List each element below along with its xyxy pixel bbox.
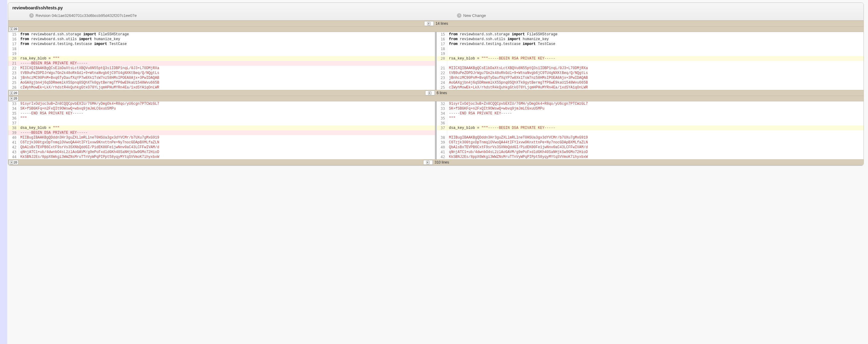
file-path: reviewboard/ssh/tests.py bbox=[8, 3, 864, 12]
expand-20-button[interactable]: +20 bbox=[9, 27, 19, 32]
diff-row: 15 from reviewboard.ssh.storage import F… bbox=[8, 32, 864, 37]
collapsed-lines-count: 6 lines bbox=[437, 91, 447, 95]
expand-20-button[interactable]: +20 bbox=[9, 96, 19, 101]
diff-table: 15 from reviewboard.ssh.storage import F… bbox=[8, 32, 864, 90]
diff-row: 3391syrIxOdjoc3uB+Zn8CQQCpvbEXIU/76MH/yD… bbox=[8, 102, 864, 106]
diff-row: 43qNnjATC1+ub/4dwnbO4sL2zlAoGAVM/g9ePoFx… bbox=[8, 150, 864, 154]
revision-icon bbox=[29, 13, 34, 18]
collapsed-region: + 14 lines bbox=[8, 21, 864, 27]
collapsed-region: +20 + 310 lines bbox=[8, 159, 864, 165]
diff-row: 37 36 bbox=[8, 121, 864, 125]
collapsed-lines-count: 14 lines bbox=[435, 22, 448, 26]
diff-row: 42QbAlsBxTEVPB6CxtF9srVs3SXNbQddGI/PidEK… bbox=[8, 145, 864, 150]
diff-row: 21 -----BEGIN RSA PRIVATE KEY----- bbox=[8, 61, 864, 66]
collapsed-region: +20 + 6 lines bbox=[8, 90, 864, 96]
diff-row: 38 dsa_key_blob = """ 37 dsa_key_blob = … bbox=[8, 125, 864, 131]
diff-file: reviewboard/ssh/tests.py Revision 04c1ae… bbox=[8, 2, 864, 166]
diff-row: 35-----END RSA PRIVATE KEY-----34-----EN… bbox=[8, 111, 864, 116]
diff-row: 26cIWyhMowEk+LkX/rhdstR4kQuhkgGtkO78YLjq… bbox=[8, 85, 864, 90]
diff-row: 34SK+fSBGKFq+n2FxQIt9OWswQ+wbvq9jmJmLCGx… bbox=[8, 106, 864, 111]
code-left[interactable]: from reviewboard.ssh.storage import File… bbox=[19, 32, 435, 37]
code-right[interactable]: from reviewboard.ssh.storage import File… bbox=[447, 32, 864, 37]
diff-row: 40MIIBugIBAAKBgQDddn3Hr3guZXLlmRLlneT0HS… bbox=[8, 135, 864, 140]
revision-right-label: New Change bbox=[463, 13, 486, 18]
diff-row: 39 -----BEGIN DSA PRIVATE KEY----- bbox=[8, 131, 864, 135]
selection-strip bbox=[0, 0, 7, 168]
diff-row: 41C6Tzjk300tgxDpTnmqlOVwoQA44tIFYlxvw9Kn… bbox=[8, 140, 864, 145]
diff-row: 24jBnhczMC90PnM+Bvq6TyDaufXqYP7w8Xk1TsW7… bbox=[8, 76, 864, 80]
expand-button[interactable]: + bbox=[424, 21, 434, 26]
file-header: reviewboard/ssh/tests.py Revision 04c1ae… bbox=[8, 3, 864, 21]
diff-row: 20 rsa_key_blob = """ 20 rsa_key_blob = … bbox=[8, 56, 864, 61]
diff-row: 23tVB9uPeZOPDJrWgu7Gn2k48oRkGdl+9+WtnaNv… bbox=[8, 70, 864, 76]
revision-left-label: Revision 04c1ae32640701c33d6bccb95d432f2… bbox=[36, 13, 136, 18]
expand-bar: +20 bbox=[8, 27, 864, 32]
expand-bar: +20 bbox=[8, 96, 864, 102]
diff-table: 3391syrIxOdjoc3uB+Zn8CQQCpvbEXIU/76MH/yD… bbox=[8, 102, 864, 159]
expand-button[interactable]: + bbox=[423, 160, 433, 165]
revision-row: Revision 04c1ae32640701c33d6bccb95d432f2… bbox=[8, 12, 864, 20]
diff-row: 16 from reviewboard.ssh.utils import hum… bbox=[8, 37, 864, 41]
collapsed-lines-count: 310 lines bbox=[435, 160, 449, 165]
diff-row: 44KkSBNJ2Es/8ppX6Wkgi3WWZNsMruTTnVyWPqPI… bbox=[8, 154, 864, 159]
revision-right: New Change bbox=[436, 13, 864, 18]
expand-20-button[interactable]: +20 bbox=[9, 160, 19, 165]
diff-row: 25AoGAXgjbn4j6qSDRmemlkX5Spnq0SQhXTk0gyt… bbox=[8, 80, 864, 85]
diff-row: 36"""35""" bbox=[8, 116, 864, 121]
line-number-left[interactable]: 15 bbox=[8, 32, 19, 37]
expand-button[interactable]: + bbox=[425, 90, 435, 95]
diff-row: 17 from reviewboard.testing.testcase imp… bbox=[8, 41, 864, 47]
expand-20-button[interactable]: +20 bbox=[9, 90, 19, 95]
diff-row: 22MIICXQIBAAKBgQCsElbDaXtsLctXBQVu8N55pt… bbox=[8, 66, 864, 70]
revision-icon bbox=[457, 13, 461, 18]
revision-left: Revision 04c1ae32640701c33d6bccb95d432f2… bbox=[8, 13, 436, 18]
diff-row: 18 18 bbox=[8, 47, 864, 51]
line-number-right[interactable]: 15 bbox=[437, 32, 447, 37]
diff-row: 19 19 bbox=[8, 51, 864, 56]
